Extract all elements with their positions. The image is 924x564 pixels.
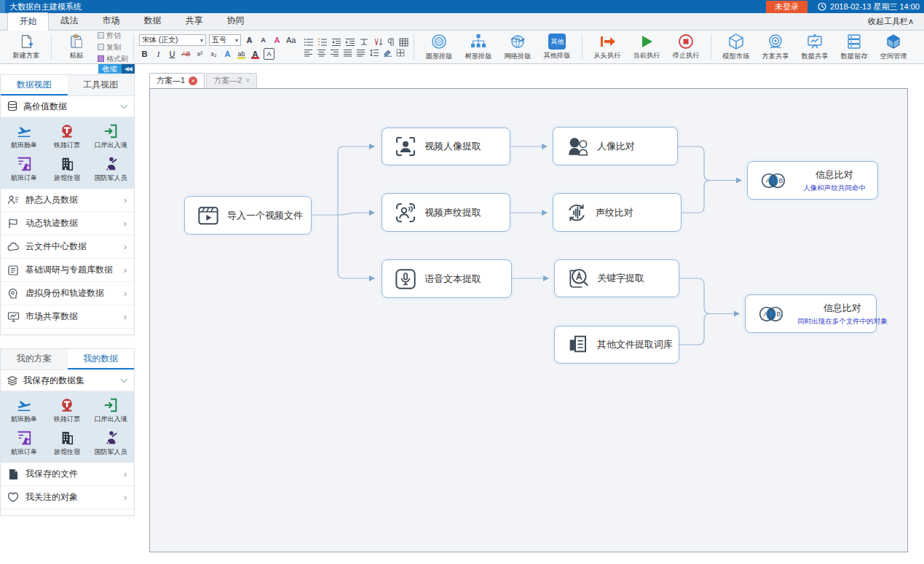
italic-button[interactable]: I	[153, 48, 164, 60]
align-distribute-button[interactable]	[356, 49, 366, 57]
shading-button[interactable]	[383, 49, 392, 57]
align-justify-button[interactable]	[343, 49, 352, 57]
grow-font-button[interactable]: A	[244, 34, 255, 46]
menu-tab-share[interactable]: 共享	[173, 12, 215, 30]
clear-format-button[interactable]: A	[272, 34, 283, 46]
run-current-button[interactable]: 当前执行	[627, 34, 666, 60]
menu-tab-data[interactable]: 数据	[132, 12, 173, 30]
align-left-button[interactable]	[304, 49, 313, 57]
sort-button[interactable]	[373, 38, 383, 47]
copy-button[interactable]: 复制	[98, 42, 128, 52]
category-dynamic-trajectory[interactable]: 动态轨迹数据 ›	[1, 212, 134, 235]
decrease-indent-button[interactable]	[331, 38, 341, 47]
run-from-start-button[interactable]: 从头执行	[588, 34, 627, 60]
node-video-voice-extract[interactable]: 视频声纹提取	[382, 193, 510, 232]
doc-tab-plan-1[interactable]: 方案—1 ×	[149, 73, 205, 88]
node-speech-text-extract[interactable]: 语音文本提取	[382, 259, 512, 298]
dataset-border-entry-exit[interactable]: 口岸出入境	[89, 394, 133, 427]
shrink-font-button[interactable]: A	[258, 34, 269, 46]
menu-tab-start[interactable]: 开始	[7, 12, 49, 31]
category-market-shared-data[interactable]: 市场共享数据 ›	[1, 305, 134, 329]
dataset-hotel-stay[interactable]: 旅馆住宿	[46, 153, 90, 186]
network-layout-button[interactable]: 网络排版	[498, 33, 537, 61]
dataset-military-personnel[interactable]: 国防军人员	[89, 427, 133, 460]
superscript-button[interactable]: x²	[194, 48, 205, 60]
dataset-hotel-stay[interactable]: 旅馆住宿	[46, 427, 90, 460]
section-high-value-data[interactable]: 高价值数据	[1, 96, 134, 117]
category-virtual-identity[interactable]: 虚拟身份和轨迹数据 ›	[1, 282, 134, 305]
increase-indent-button[interactable]	[345, 38, 355, 47]
data-retention-button[interactable]: 数据留存	[834, 33, 874, 61]
other-layout-button[interactable]: 其他 其他排版	[537, 34, 577, 60]
align-center-button[interactable]	[317, 49, 326, 57]
show-marks-button[interactable]	[387, 38, 395, 47]
close-tab-icon[interactable]: ×	[189, 77, 197, 85]
tab-data-view[interactable]: 数据视图	[1, 75, 68, 95]
line-spacing-button[interactable]	[369, 49, 379, 57]
tree-layout-button[interactable]: 树形排版	[459, 33, 498, 61]
new-plan-button[interactable]: 新建方案	[7, 34, 46, 60]
collapse-toolbar-button[interactable]: 收起工具栏∧	[868, 16, 914, 27]
node-video-face-extract[interactable]: 视频人像提取	[382, 128, 510, 165]
close-tab-icon[interactable]: ×	[245, 77, 250, 85]
menu-tab-collab[interactable]: 协同	[215, 12, 256, 30]
font-color-button[interactable]: A	[250, 48, 261, 60]
plan-share-button[interactable]: 方案共享	[756, 33, 795, 61]
borders-button[interactable]	[396, 49, 406, 57]
space-manage-button[interactable]: 空间管理	[874, 33, 913, 61]
data-share-button[interactable]: 数据共享	[795, 33, 834, 61]
node-info-compare-1[interactable]: AB 信息比对 人像和声纹共同命中	[747, 161, 878, 200]
highlight-color-button[interactable]: ab	[236, 48, 247, 60]
category-my-followed-objects[interactable]: 我关注的对象 ›	[1, 486, 134, 509]
dataset-flight-order[interactable]: 航班订单	[2, 153, 46, 186]
tab-my-plans[interactable]: 我的方案	[1, 349, 68, 369]
change-case-button[interactable]: Aa	[285, 34, 296, 46]
node-info-compare-2[interactable]: AB 信息比对 同时出现在多个文件中的对象	[745, 294, 877, 333]
model-canvas[interactable]: 导入一个视频文件 视频人像提取 视频声纹提取	[149, 88, 908, 552]
dataset-railway-ticket[interactable]: 铁路订票	[46, 394, 90, 427]
asian-layout-button[interactable]	[359, 38, 369, 47]
doc-tab-plan-2[interactable]: 方案—2 ×	[206, 73, 257, 88]
dataset-border-entry-exit[interactable]: 口岸出入境	[89, 120, 133, 153]
bullet-list-button[interactable]	[304, 38, 314, 47]
bold-button[interactable]: B	[139, 48, 150, 60]
numbered-list-button[interactable]	[317, 38, 328, 47]
node-other-file-lexicon[interactable]: 其他文件提取词库	[554, 326, 679, 364]
node-import-video-file[interactable]: 导入一个视频文件	[184, 196, 312, 235]
underline-button[interactable]: U	[167, 48, 178, 60]
cut-button[interactable]: 剪切	[98, 31, 128, 41]
table-button[interactable]	[399, 38, 408, 47]
category-basic-research[interactable]: 基础调研与专题库数据 ›	[1, 259, 134, 282]
enclose-char-button[interactable]: A	[264, 48, 275, 60]
tab-my-data[interactable]: 我的数据	[68, 349, 135, 369]
category-cloud-file-center[interactable]: 云文件中心数据 ›	[1, 235, 134, 259]
sidebar-collapse-button[interactable]: 收缩 ◀◀	[98, 64, 135, 74]
node-keyword-extract[interactable]: 关键字提取	[554, 259, 679, 297]
font-family-select[interactable]: 宋体 (正文)▾	[139, 34, 206, 46]
subscript-button[interactable]: x₂	[208, 48, 219, 60]
node-voice-compare[interactable]: 声纹比对	[553, 193, 682, 232]
tab-tool-view[interactable]: 工具视图	[68, 75, 135, 95]
dataset-military-personnel[interactable]: 国防军人员	[89, 153, 133, 186]
font-size-select[interactable]: 五号▾	[209, 34, 241, 46]
tree-layout-icon	[470, 33, 487, 50]
circle-layout-button[interactable]: 圆形排版	[419, 33, 459, 61]
strikethrough-button[interactable]: AB	[181, 48, 191, 60]
paste-button[interactable]: 粘贴	[57, 34, 96, 60]
align-right-button[interactable]	[330, 49, 339, 57]
dataset-flight-manifest[interactable]: 航班舱单	[2, 394, 46, 427]
dataset-flight-manifest[interactable]: 航班舱单	[2, 120, 46, 153]
text-effects-button[interactable]: A	[222, 48, 233, 60]
menu-tab-market[interactable]: 市场	[90, 12, 132, 30]
dataset-railway-ticket[interactable]: 铁路订票	[46, 120, 90, 153]
dataset-flight-order[interactable]: 航班订单	[2, 427, 46, 460]
category-my-saved-files[interactable]: 我保存的文件 ›	[1, 463, 134, 486]
section-my-saved-datasets[interactable]: 我保存的数据集	[1, 370, 134, 391]
format-painter-button[interactable]: 格式刷	[98, 54, 128, 64]
node-face-compare[interactable]: 人像比对	[553, 127, 678, 165]
menu-tab-tactics[interactable]: 战法	[49, 12, 90, 30]
login-status-badge[interactable]: 未登录	[766, 1, 807, 13]
model-market-button[interactable]: 模型市场	[716, 33, 756, 61]
stop-run-button[interactable]: 停止执行	[666, 34, 706, 60]
category-static-personnel[interactable]: 静态人员数据 ›	[1, 189, 134, 212]
